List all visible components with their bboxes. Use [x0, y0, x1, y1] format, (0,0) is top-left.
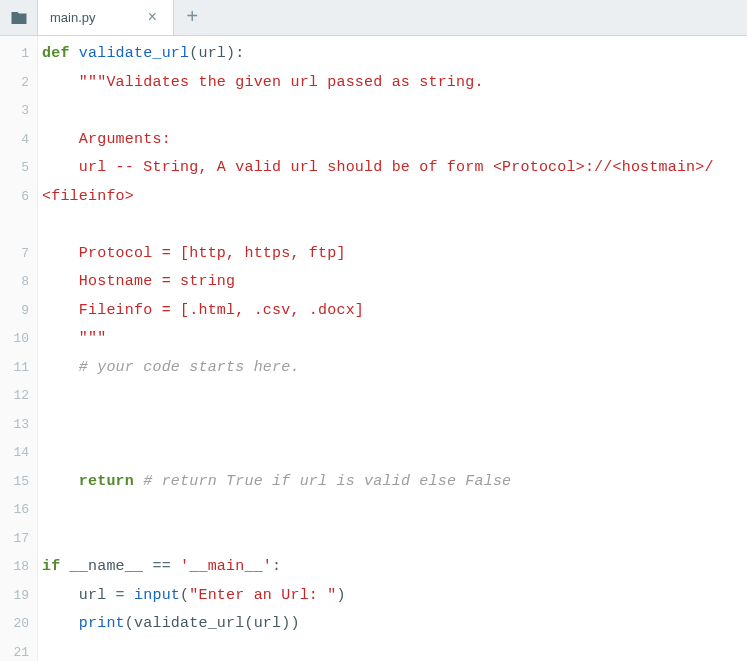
code-line[interactable]	[42, 525, 747, 554]
folder-icon	[10, 9, 28, 27]
code-line-wrap[interactable]: <fileinfo>	[42, 183, 747, 212]
line-number: 10	[0, 325, 37, 354]
editor-container: main.py × + 1 2 3 4 5 6 6 7 8 9 10 11 12…	[0, 0, 747, 661]
code-line[interactable]: Fileinfo = [.html, .csv, .docx]	[42, 297, 747, 326]
code-line[interactable]: url -- String, A valid url should be of …	[42, 154, 747, 183]
code-line[interactable]	[42, 439, 747, 468]
line-number-gutter: 1 2 3 4 5 6 6 7 8 9 10 11 12 13 14 15 16…	[0, 36, 38, 661]
code-line[interactable]: Hostname = string	[42, 268, 747, 297]
add-tab-button[interactable]: +	[174, 0, 210, 35]
line-number: 1	[0, 40, 37, 69]
line-number: 9	[0, 297, 37, 326]
code-line[interactable]: # your code starts here.	[42, 354, 747, 383]
close-icon[interactable]: ×	[144, 8, 162, 28]
line-number: 16	[0, 496, 37, 525]
code-line[interactable]: return # return True if url is valid els…	[42, 468, 747, 497]
line-number: 12	[0, 382, 37, 411]
line-number: 4	[0, 126, 37, 155]
code-line[interactable]: print(validate_url(url))	[42, 610, 747, 639]
line-number: 3	[0, 97, 37, 126]
tab-title: main.py	[50, 10, 96, 25]
editor-body: 1 2 3 4 5 6 6 7 8 9 10 11 12 13 14 15 16…	[0, 36, 747, 661]
line-number: 21	[0, 639, 37, 662]
code-line[interactable]: Protocol = [http, https, ftp]	[42, 240, 747, 269]
code-line[interactable]: url = input("Enter an Url: ")	[42, 582, 747, 611]
line-number: 20	[0, 610, 37, 639]
line-number: 5	[0, 154, 37, 183]
line-number: 8	[0, 268, 37, 297]
code-line[interactable]	[42, 211, 747, 240]
code-line[interactable]: """Validates the given url passed as str…	[42, 69, 747, 98]
line-number: 11	[0, 354, 37, 383]
file-explorer-button[interactable]	[0, 0, 38, 35]
tab-main-py[interactable]: main.py ×	[38, 0, 174, 35]
line-number: 17	[0, 525, 37, 554]
line-number: 14	[0, 439, 37, 468]
line-number: 13	[0, 411, 37, 440]
line-number: 6	[0, 183, 37, 240]
code-line[interactable]: def validate_url(url):	[42, 40, 747, 69]
code-line[interactable]: if __name__ == '__main__':	[42, 553, 747, 582]
line-number: 19	[0, 582, 37, 611]
code-line[interactable]	[42, 639, 747, 662]
code-line[interactable]: """	[42, 325, 747, 354]
line-number: 15	[0, 468, 37, 497]
line-number: 7	[0, 240, 37, 269]
code-area[interactable]: def validate_url(url): """Validates the …	[38, 36, 747, 661]
line-number: 18	[0, 553, 37, 582]
code-line[interactable]	[42, 496, 747, 525]
code-line[interactable]	[42, 382, 747, 411]
code-line[interactable]: Arguments:	[42, 126, 747, 155]
tab-bar: main.py × +	[0, 0, 747, 36]
code-line[interactable]	[42, 411, 747, 440]
line-number: 2	[0, 69, 37, 98]
code-line[interactable]	[42, 97, 747, 126]
